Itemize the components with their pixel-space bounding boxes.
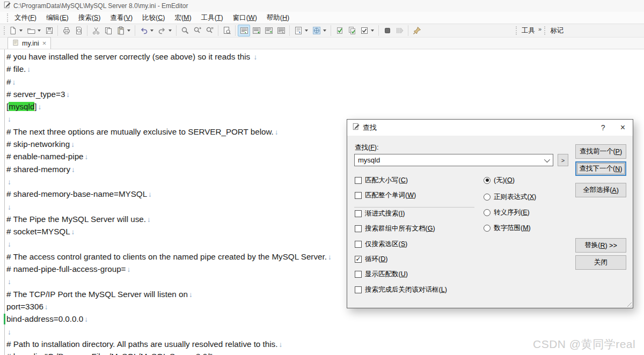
menu-macro[interactable]: 宏(M) <box>170 12 196 24</box>
radio-selected-icon[interactable] <box>484 177 491 184</box>
undo-dropdown-arrow-icon[interactable] <box>150 29 153 32</box>
menu-view[interactable]: 查看(V) <box>105 12 137 24</box>
paste-dropdown-arrow-icon[interactable] <box>127 29 130 32</box>
checkbox-icon[interactable] <box>355 210 362 217</box>
dialog-close-button[interactable]: × <box>613 123 626 132</box>
cut-button[interactable] <box>90 25 102 36</box>
customize-dropdown-arrow-icon[interactable] <box>371 29 374 32</box>
encoding-dropdown-arrow-icon[interactable] <box>323 29 326 32</box>
grep-button[interactable] <box>221 25 233 36</box>
find-in-files-button[interactable] <box>203 25 216 36</box>
paste-icon <box>116 26 125 35</box>
marks-toolbar-label[interactable]: 标记 <box>547 26 567 35</box>
stop-button[interactable] <box>381 25 393 36</box>
radio-none[interactable]: (无)(O) <box>484 176 515 184</box>
new-file-dropdown-arrow-icon[interactable] <box>19 29 23 32</box>
select-all-button[interactable]: 全部选择(A) <box>575 183 626 197</box>
search-match-highlight: mysqld <box>9 102 34 111</box>
find-input-combobox[interactable]: mysqld <box>354 154 553 166</box>
copy-button[interactable] <box>102 25 114 36</box>
close-dialog-button[interactable]: 关闭 <box>575 255 626 270</box>
radio-icon[interactable] <box>484 209 491 216</box>
save-button[interactable] <box>43 25 55 36</box>
wrap-normal-button[interactable] <box>250 25 262 36</box>
no-wrap-button[interactable] <box>275 25 287 36</box>
print-button[interactable] <box>60 25 72 36</box>
checkbox-close-dialog-when-done[interactable]: 搜索完成后关闭该对话框(L) <box>355 285 447 294</box>
radio-regular-expression[interactable]: 正则表达式(X) <box>484 193 536 201</box>
menu-edit[interactable]: 编辑(E) <box>41 12 74 24</box>
radio-icon[interactable] <box>484 194 491 201</box>
radio-icon[interactable] <box>484 225 491 232</box>
title-bar: C:\ProgramData\MySQL\MySQL Server 8.0\my… <box>0 0 644 12</box>
checkbox-icon[interactable] <box>355 177 362 184</box>
customize-button[interactable] <box>358 25 370 36</box>
menu-search[interactable]: 搜索(S) <box>74 12 106 24</box>
newline-mark-icon: ↓ <box>279 341 282 349</box>
radio-number-range[interactable]: 数字范围(M) <box>484 224 531 232</box>
dialog-resize-grip[interactable] <box>625 300 632 307</box>
checkbox-incremental-search[interactable]: 渐进式搜索(I) <box>355 209 405 218</box>
checkbox-icon[interactable] <box>355 225 362 232</box>
show-marks-dropdown-arrow-icon[interactable] <box>305 29 308 32</box>
checkbox-search-all-docs-in-group[interactable]: 搜索群组中所有文档(G) <box>355 224 435 233</box>
radio-escape-sequence[interactable]: 转义序列(E) <box>484 208 530 217</box>
replace-button[interactable] <box>191 25 203 36</box>
toolbar-separator <box>57 25 58 36</box>
new-file-button[interactable] <box>6 25 19 36</box>
checkbox-icon[interactable] <box>355 271 362 278</box>
expand-find-button[interactable]: > <box>558 154 568 166</box>
run-macro-icon <box>396 26 404 35</box>
checkbox-search-selection-only[interactable]: 仅搜索选区(S) <box>355 240 407 248</box>
sync-check-button[interactable] <box>346 25 358 36</box>
show-marks-button[interactable] <box>292 25 304 36</box>
find-next-button[interactable]: 查找下一个(N) <box>575 161 626 176</box>
replace-toggle-button[interactable]: 替换(R) >> <box>575 238 626 253</box>
wrap-by-char-button[interactable] <box>262 25 275 36</box>
menu-help[interactable]: 帮助(H) <box>262 12 294 24</box>
checkbox-icon[interactable] <box>355 286 362 293</box>
checkbox-icon[interactable] <box>355 192 362 199</box>
tab-my-ini[interactable]: my.ini × <box>8 37 51 49</box>
find-previous-button[interactable]: 查找前一个(P) <box>575 144 626 159</box>
find-dialog-titlebar[interactable]: 查找 ? × <box>347 120 633 136</box>
redo-button[interactable] <box>156 25 168 36</box>
toolbar-overflow-chevron-icon[interactable]: » <box>538 26 541 32</box>
menu-tools[interactable]: 工具(T) <box>196 12 228 24</box>
tab-close-icon[interactable]: × <box>42 40 47 47</box>
checkbox-show-match-count[interactable]: 显示匹配数(U) <box>355 270 408 278</box>
open-file-button[interactable] <box>25 25 37 36</box>
open-file-dropdown-arrow-icon[interactable] <box>38 29 41 32</box>
no-wrap-icon <box>277 26 286 35</box>
wrap-by-char-icon <box>265 26 273 35</box>
editor-line: # you have installed the server correctl… <box>6 50 644 63</box>
checkbox-checked-icon[interactable] <box>355 256 362 263</box>
tools-toolbar-label[interactable]: 工具 <box>518 26 538 35</box>
menu-window[interactable]: 窗口(W) <box>228 12 262 24</box>
wrap-by-window-button[interactable] <box>238 25 250 36</box>
run-macro-button[interactable] <box>393 25 406 36</box>
newline-mark-icon: ↓ <box>8 328 11 336</box>
dialog-help-button[interactable]: ? <box>594 123 613 132</box>
compare-check-button[interactable] <box>333 25 346 36</box>
menu-file[interactable]: 文件(F) <box>10 12 41 24</box>
marks-toolbar-grip <box>544 26 545 35</box>
find-button[interactable] <box>179 25 191 36</box>
paste-button[interactable] <box>114 25 127 36</box>
pin-button[interactable] <box>411 25 423 36</box>
checkbox-match-case[interactable]: 匹配大小写(C) <box>355 176 408 184</box>
print-preview-button[interactable] <box>72 25 85 36</box>
checkbox-wrap-around[interactable]: 循环(D) <box>355 255 387 263</box>
checkbox-icon[interactable] <box>355 241 362 248</box>
checkbox-match-whole-word[interactable]: 匹配整个单词(W) <box>355 191 416 199</box>
show-marks-icon <box>294 26 303 35</box>
toolbar-separator <box>378 25 379 36</box>
newline-mark-icon: ↓ <box>45 303 48 311</box>
combobox-dropdown-arrow-icon[interactable] <box>544 156 550 162</box>
encoding-button[interactable] <box>310 25 323 36</box>
newline-mark-icon: ↓ <box>12 78 16 86</box>
undo-button[interactable] <box>137 25 150 36</box>
editor-line: ↓ <box>6 326 644 338</box>
menu-compare[interactable]: 比较(C) <box>137 12 170 24</box>
redo-dropdown-arrow-icon[interactable] <box>169 29 172 32</box>
